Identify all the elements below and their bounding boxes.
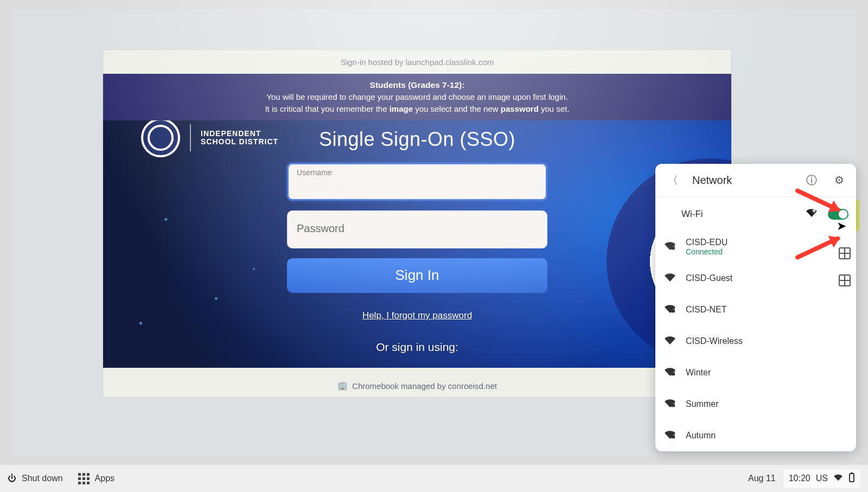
network-quicksettings-panel: 〈 Network ⓘ ⚙ Wi-Fi CISD-EDUConnectedCIS… (655, 164, 856, 451)
svg-rect-2 (671, 246, 675, 249)
banner-heading: Students (Grades 7-12): (114, 79, 720, 91)
wifi-network-name: Winter (686, 368, 711, 378)
shutdown-button[interactable]: ⏻ Shut down (8, 474, 63, 483)
password-input[interactable] (287, 210, 547, 248)
svg-rect-6 (671, 435, 675, 438)
wifi-signal-icon (663, 272, 677, 285)
wifi-network-status: Connected (686, 247, 727, 256)
virtual-desk-icon[interactable] (839, 247, 851, 259)
apps-button[interactable]: Apps (78, 473, 114, 484)
svg-rect-8 (851, 472, 853, 474)
wifi-signal-icon (663, 430, 677, 442)
sso-panel: INDEPENDENT SCHOOL DISTRICT Single Sign-… (103, 120, 731, 368)
tray-language: US (816, 474, 828, 483)
wifi-network-name: CISD-EDU (686, 238, 727, 247)
power-icon: ⏻ (8, 474, 16, 483)
svg-rect-7 (850, 474, 854, 482)
wifi-network-row[interactable]: Summer (655, 388, 856, 420)
wifi-network-row[interactable]: Winter (655, 357, 856, 388)
enterprise-icon: 🏢 (337, 381, 348, 391)
quicksettings-title: Network (692, 174, 792, 187)
svg-rect-1 (812, 210, 816, 212)
svg-rect-4 (671, 372, 675, 375)
wifi-network-row[interactable]: CISD-Wireless (655, 325, 856, 357)
wifi-network-row[interactable]: CISD-Guest (655, 263, 856, 294)
username-field[interactable]: Username (287, 163, 547, 201)
wifi-signal-icon (663, 241, 677, 253)
or-sign-in-using-label: Or sign in using: (287, 341, 547, 354)
status-tray[interactable]: Aug 11 10:20 US (748, 469, 860, 488)
district-line2: SCHOOL DISTRICT (201, 138, 278, 146)
svg-rect-5 (671, 404, 675, 406)
banner-line1: You will be required to change your pass… (114, 91, 720, 103)
wifi-network-name: Autumn (686, 431, 716, 440)
svg-rect-3 (671, 309, 675, 312)
info-icon[interactable]: ⓘ (803, 170, 820, 191)
login-form: Username Password Sign In Help, I forgot… (287, 163, 547, 368)
signin-button[interactable]: Sign In (287, 258, 547, 293)
wifi-network-name: CISD-NET (686, 305, 727, 315)
wifi-network-name: CISD-Guest (686, 273, 732, 283)
wifi-network-name: CISD-Wireless (686, 336, 743, 346)
wifi-signal-icon (663, 335, 677, 348)
forgot-password-link[interactable]: Help, I forgot my password (287, 310, 547, 321)
shelf: ⏻ Shut down Apps Aug 11 10:20 US (0, 465, 868, 492)
wifi-network-list: CISD-EDUConnectedCISD-GuestCISD-NETCISD-… (655, 231, 856, 451)
managed-by-label: 🏢 Chromebook managed by conroeisd.net (103, 381, 731, 391)
wifi-signal-icon (663, 398, 677, 411)
wifi-icon (833, 474, 843, 483)
signin-frame: Sign-in hosted by launchpad.classlink.co… (103, 50, 731, 397)
battery-icon (848, 472, 855, 484)
wifi-network-row[interactable]: CISD-NET (655, 294, 856, 325)
district-branding: INDEPENDENT SCHOOL DISTRICT (141, 120, 278, 157)
host-banner: Sign-in hosted by launchpad.classlink.co… (103, 50, 731, 74)
back-button[interactable]: 〈 (664, 170, 681, 191)
wifi-signal-icon (663, 367, 677, 379)
add-wifi-icon[interactable] (804, 208, 819, 220)
banner-line2: It is critical that you remember the ima… (114, 103, 720, 115)
username-input[interactable] (287, 163, 547, 201)
tray-time: 10:20 (789, 474, 810, 483)
password-field[interactable]: Password (287, 210, 547, 248)
wifi-network-row[interactable]: CISD-EDUConnected (655, 231, 856, 263)
notice-banner: Students (Grades 7-12): You will be requ… (103, 74, 731, 120)
wifi-signal-icon (663, 304, 677, 316)
district-line1: INDEPENDENT (201, 130, 278, 138)
settings-gear-icon[interactable]: ⚙ (831, 170, 847, 190)
wifi-network-row[interactable]: Autumn (655, 420, 856, 451)
virtual-desk-icon[interactable] (839, 274, 851, 286)
tray-date: Aug 11 (748, 474, 776, 483)
wifi-network-name: Summer (686, 399, 718, 409)
apps-grid-icon (78, 473, 90, 484)
district-logo-icon (141, 120, 180, 157)
wifi-label: Wi-Fi (663, 209, 703, 220)
